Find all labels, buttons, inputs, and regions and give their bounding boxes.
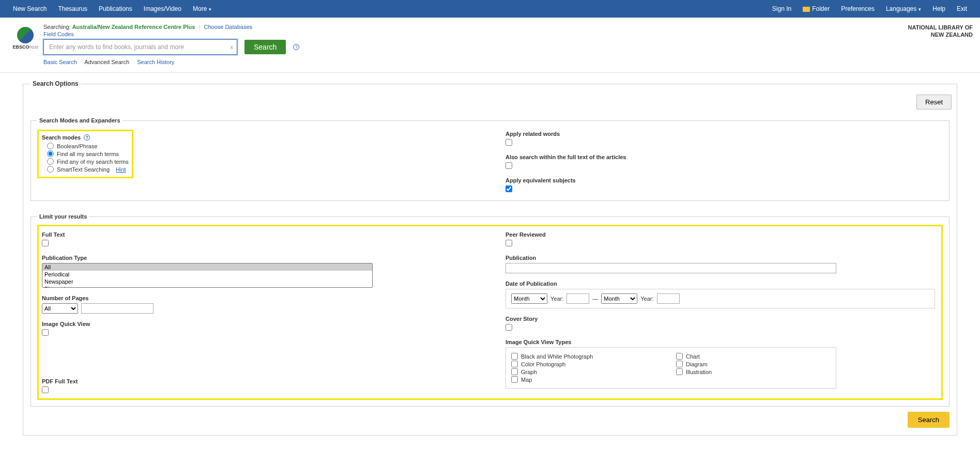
radio-smarttext[interactable]: SmartText SearchingHint xyxy=(47,166,129,173)
cover-story-checkbox[interactable] xyxy=(506,324,512,331)
iqv-chart[interactable]: Chart xyxy=(676,353,831,360)
date-to-year[interactable] xyxy=(657,293,680,304)
nav-more-dropdown[interactable]: More xyxy=(187,5,217,12)
publication-input[interactable] xyxy=(506,263,836,273)
search-modes-highlight: Search modes ? Boolean/Phrase Find all m… xyxy=(37,130,133,178)
nav-folder[interactable]: Folder xyxy=(797,5,835,12)
year-to-label: Year: xyxy=(640,296,653,302)
apply-related-label: Apply related words xyxy=(506,131,940,137)
iqv-graph[interactable]: Graph xyxy=(511,368,666,375)
iqv-types-label: Image Quick View Types xyxy=(506,339,935,345)
pdf-fulltext-label: PDF Full Text xyxy=(42,378,471,384)
date-publication-label: Date of Publication xyxy=(506,281,935,287)
search-button[interactable]: Search xyxy=(244,40,286,54)
limit-results-fieldset: Limit your results Full Text Publication… xyxy=(30,213,950,407)
clear-search-icon[interactable]: x xyxy=(231,44,234,50)
iqv-map[interactable]: Map xyxy=(511,376,666,383)
search-help-icon[interactable]: ? xyxy=(293,44,299,50)
pubtype-select[interactable]: All Periodical Newspaper Biography xyxy=(42,263,373,288)
fulltext-checkbox[interactable] xyxy=(42,240,49,246)
year-from-label: Year: xyxy=(550,296,563,302)
field-codes-link[interactable]: Field Codes xyxy=(43,31,74,37)
date-to-month[interactable]: Month xyxy=(601,293,637,304)
nav-images-video[interactable]: Images/Video xyxy=(138,5,187,12)
search-mode-links: Basic Search Advanced Search Search Hist… xyxy=(43,59,973,65)
num-pages-label: Number of Pages xyxy=(42,295,471,301)
apply-related-checkbox[interactable] xyxy=(506,139,512,146)
bottom-search-button[interactable]: Search xyxy=(908,412,950,428)
searching-database-line: Searching: Australia/New Zealand Referen… xyxy=(43,24,973,30)
search-header: EBSCOhost Searching: Australia/New Zeala… xyxy=(0,18,980,65)
apply-equiv-checkbox[interactable] xyxy=(506,185,512,192)
apply-equiv-label: Apply equivalent subjects xyxy=(506,177,940,183)
nav-publications[interactable]: Publications xyxy=(93,5,138,12)
choose-databases-link[interactable]: Choose Databases xyxy=(204,24,252,30)
limit-results-highlight: Full Text Publication Type All Periodica… xyxy=(37,225,943,400)
radio-find-all[interactable]: Find all my search terms xyxy=(47,150,129,157)
logo[interactable]: EBSCOhost xyxy=(7,24,43,65)
organization-name: NATIONAL LIBRARY OF NEW ZEALAND xyxy=(908,24,973,39)
search-input[interactable] xyxy=(43,39,237,55)
radio-find-any[interactable]: Find any of my search terms xyxy=(47,158,129,165)
modes-expanders-legend: Search Modes and Expanders xyxy=(37,117,122,123)
nav-exit[interactable]: Exit xyxy=(951,5,973,12)
logo-text: EBSCOhost xyxy=(12,44,38,50)
num-pages-select[interactable]: All xyxy=(42,303,78,314)
search-modes-label: Search modes ? xyxy=(42,134,129,141)
search-history-link[interactable]: Search History xyxy=(137,59,174,65)
num-pages-input[interactable] xyxy=(81,303,154,314)
basic-search-link[interactable]: Basic Search xyxy=(43,59,77,65)
nav-thesaurus[interactable]: Thesaurus xyxy=(52,5,93,12)
iqv-bw-photo[interactable]: Black and White Photograph xyxy=(511,353,666,360)
logo-icon xyxy=(17,27,34,43)
date-from-month[interactable]: Month xyxy=(511,293,547,304)
nav-help[interactable]: Help xyxy=(927,5,951,12)
pdf-fulltext-checkbox[interactable] xyxy=(42,386,49,393)
search-options-fieldset: Search Options Reset Search Modes and Ex… xyxy=(23,80,957,436)
modes-expanders-fieldset: Search Modes and Expanders Search modes … xyxy=(30,117,950,201)
date-from-year[interactable] xyxy=(566,293,589,304)
also-fulltext-checkbox[interactable] xyxy=(506,162,512,169)
peer-reviewed-checkbox[interactable] xyxy=(506,240,512,246)
cover-story-label: Cover Story xyxy=(506,316,935,322)
search-modes-help-icon[interactable]: ? xyxy=(84,134,90,141)
iqv-color-photo[interactable]: Color Photograph xyxy=(511,361,666,367)
smarttext-hint-link[interactable]: Hint xyxy=(116,166,126,173)
iqv-illustration[interactable]: Illustration xyxy=(676,368,831,375)
current-database: Australia/New Zealand Reference Centre P… xyxy=(72,24,195,30)
iqv-label: Image Quick View xyxy=(42,321,471,327)
iqv-diagram[interactable]: Diagram xyxy=(676,361,831,367)
pubtype-label: Publication Type xyxy=(42,255,471,261)
iqv-checkbox[interactable] xyxy=(42,329,49,336)
nav-languages-dropdown[interactable]: Languages xyxy=(880,5,927,12)
top-nav-bar: New Search Thesaurus Publications Images… xyxy=(0,0,980,18)
limit-results-legend: Limit your results xyxy=(37,213,89,220)
nav-sign-in[interactable]: Sign In xyxy=(767,5,797,12)
advanced-search-current: Advanced Search xyxy=(84,59,129,65)
nav-new-search[interactable]: New Search xyxy=(7,5,52,12)
folder-icon xyxy=(803,7,810,12)
also-fulltext-label: Also search within the full text of the … xyxy=(506,154,940,160)
publication-label: Publication xyxy=(506,255,935,261)
search-options-legend: Search Options xyxy=(30,80,81,87)
nav-preferences[interactable]: Preferences xyxy=(835,5,880,12)
radio-boolean-phrase[interactable]: Boolean/Phrase xyxy=(47,143,129,149)
peer-reviewed-label: Peer Reviewed xyxy=(506,231,935,238)
reset-button[interactable]: Reset xyxy=(916,95,952,110)
date-range-dash: — xyxy=(592,296,598,302)
fulltext-label: Full Text xyxy=(42,231,471,238)
